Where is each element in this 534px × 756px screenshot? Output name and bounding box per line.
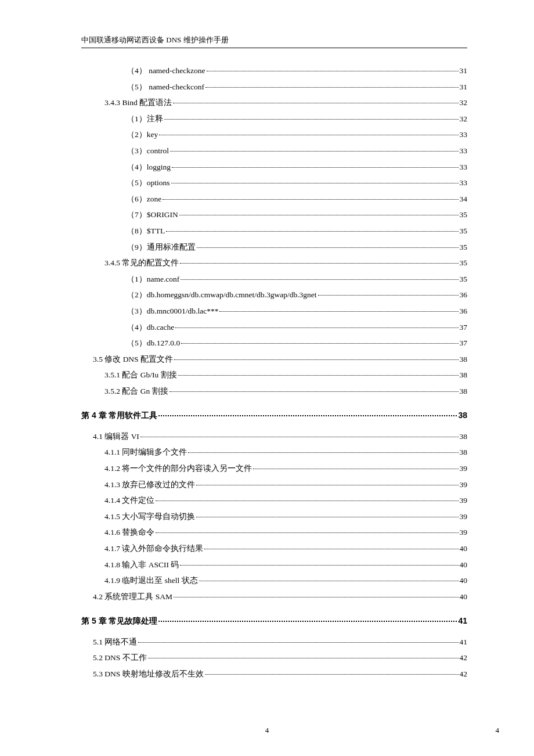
toc-label: （1）注释 (127, 113, 163, 125)
toc-leader-dots (163, 199, 458, 200)
toc-leader-dots (148, 658, 459, 658)
toc-label: （4） named-checkzone (127, 64, 205, 77)
toc-entry: （3）control33 (81, 145, 467, 157)
toc-entry: 4.1.7 读入外部命令执行结果40 (81, 542, 467, 555)
toc-entry: 4.1.8 输入非 ASCII 码40 (81, 559, 467, 571)
page-footer: 4 4 (0, 726, 534, 735)
toc-label: （6）zone (127, 193, 161, 206)
toc-page-number: 41 (460, 636, 468, 649)
toc-leader-dots (207, 71, 459, 71)
toc-leader-dots (158, 415, 457, 416)
toc-page-number: 40 (460, 574, 468, 587)
toc-entry: 3.5.1 配合 Gb/Iu 割接38 (81, 369, 467, 381)
toc-label: 5.2 DNS 不工作 (93, 651, 147, 664)
toc-leader-dots (171, 183, 459, 183)
toc-page-number: 35 (460, 273, 468, 286)
toc-leader-dots (219, 311, 458, 312)
toc-page-number: 42 (460, 651, 468, 664)
toc-label: （8）$TTL (127, 225, 165, 237)
toc-page-number: 31 (460, 81, 468, 93)
footer-page-right: 4 (496, 726, 500, 735)
toc-label: 3.5 修改 DNS 配置文件 (93, 353, 173, 366)
toc-entry: 4.1.4 文件定位39 (81, 494, 467, 507)
toc-leader-dots (164, 119, 459, 120)
toc-leader-dots (196, 485, 458, 485)
toc-page-number: 38 (458, 409, 467, 422)
toc-page-number: 33 (460, 177, 468, 189)
toc-leader-dots (159, 135, 458, 135)
toc-label: 4.1.4 文件定位 (104, 494, 154, 507)
toc-leader-dots (253, 469, 458, 469)
toc-label: 4.1.1 同时编辑多个文件 (104, 446, 187, 459)
toc-leader-dots (181, 279, 458, 280)
toc-page-number: 37 (460, 337, 468, 350)
toc-leader-dots (175, 327, 458, 328)
toc-entry: 4.1.2 将一个文件的部分内容读入另一文件39 (81, 462, 467, 475)
page-container: 中国联通移动网诺西设备 DNS 维护操作手册 （4） named-checkzo… (0, 0, 534, 756)
toc-label: （5）db.127.0.0 (127, 337, 180, 350)
toc-label: （1）name.conf (127, 273, 179, 286)
toc-page-number: 31 (460, 64, 468, 77)
toc-entry: 5.1 网络不通41 (81, 636, 467, 649)
toc-label: （5）options (127, 177, 170, 189)
toc-label: 4.1.3 放弃已修改过的文件 (104, 478, 195, 491)
toc-entry: 3.5 修改 DNS 配置文件38 (81, 353, 467, 366)
toc-entry: （1）注释32 (81, 113, 467, 125)
toc-entry: （6）zone34 (81, 193, 467, 206)
toc-page-number: 38 (460, 353, 468, 366)
toc-section-initial: （4） named-checkzone31（5） named-checkconf… (81, 64, 467, 397)
toc-label: （3）control (127, 145, 169, 157)
toc-label: 5.3 DNS 映射地址修改后不生效 (93, 668, 204, 681)
toc-label: （3）db.mnc0001/db.lac*** (127, 305, 218, 318)
toc-entry: （4）db.cache37 (81, 321, 467, 334)
toc-page-number: 35 (460, 257, 468, 269)
toc-label: 第 4 章 常用软件工具 (81, 409, 157, 422)
toc-leader-dots (158, 621, 457, 622)
toc-page-number: 36 (460, 305, 468, 318)
toc-label: 3.4.5 常见的配置文件 (104, 257, 179, 269)
toc-label: 3.5.1 配合 Gb/Iu 割接 (104, 369, 177, 381)
toc-page-number: 39 (460, 478, 468, 491)
toc-page-number: 35 (460, 225, 468, 237)
toc-page-number: 32 (460, 96, 468, 109)
toc-label: 5.1 网络不通 (93, 636, 137, 649)
toc-entry: 4.2 系统管理工具 SAM40 (81, 591, 467, 603)
toc-entry: 3.4.5 常见的配置文件35 (81, 257, 467, 269)
toc-label: 第 5 章 常见故障处理 (81, 614, 157, 627)
toc-leader-dots (156, 532, 458, 533)
toc-page-number: 39 (460, 510, 468, 523)
toc-page-number: 35 (460, 208, 468, 221)
toc-leader-dots (180, 565, 458, 566)
toc-entry: （9）通用标准配置35 (81, 241, 467, 254)
toc-page-number: 33 (460, 145, 468, 157)
page-header: 中国联通移动网诺西设备 DNS 维护操作手册 (81, 35, 467, 48)
toc-entry: （5）options33 (81, 177, 467, 189)
toc-page-number: 35 (460, 241, 468, 254)
toc-page-number: 39 (460, 526, 468, 539)
toc-label: 4.1.7 读入外部命令执行结果 (104, 542, 203, 555)
toc-entry: （4）logging33 (81, 161, 467, 174)
toc-label: （7）$ORIGIN (127, 208, 178, 221)
toc-chapter-5: 第 5 章 常见故障处理 41 (81, 614, 467, 627)
toc-label: （2）key (127, 128, 158, 141)
toc-page-number: 39 (460, 494, 468, 507)
toc-entry: 4.1.9 临时退出至 shell 状态40 (81, 574, 467, 587)
toc-label: 4.1.2 将一个文件的部分内容读入另一文件 (104, 462, 252, 475)
toc-leader-dots (197, 247, 459, 248)
toc-leader-dots (179, 215, 459, 215)
toc-page-number: 38 (460, 369, 468, 381)
toc-section-ch5: 5.1 网络不通415.2 DNS 不工作425.3 DNS 映射地址修改后不生… (81, 636, 467, 681)
toc-entry: （3）db.mnc0001/db.lac***36 (81, 305, 467, 318)
toc-label: 3.5.2 配合 Gn 割接 (104, 385, 168, 398)
toc-leader-dots (178, 375, 459, 376)
toc-label: （4）db.cache (127, 321, 174, 334)
toc-page-number: 40 (460, 591, 468, 603)
footer-page-center: 4 (0, 726, 534, 735)
toc-page-number: 40 (460, 542, 468, 555)
toc-label: （9）通用标准配置 (127, 241, 196, 254)
toc-label: 4.1 编辑器 VI (93, 430, 139, 443)
header-title: 中国联通移动网诺西设备 DNS 维护操作手册 (81, 35, 229, 44)
toc-leader-dots (196, 517, 458, 517)
toc-entry: 4.1.5 大小写字母自动切换39 (81, 510, 467, 523)
toc-label: 3.4.3 Bind 配置语法 (104, 96, 172, 109)
